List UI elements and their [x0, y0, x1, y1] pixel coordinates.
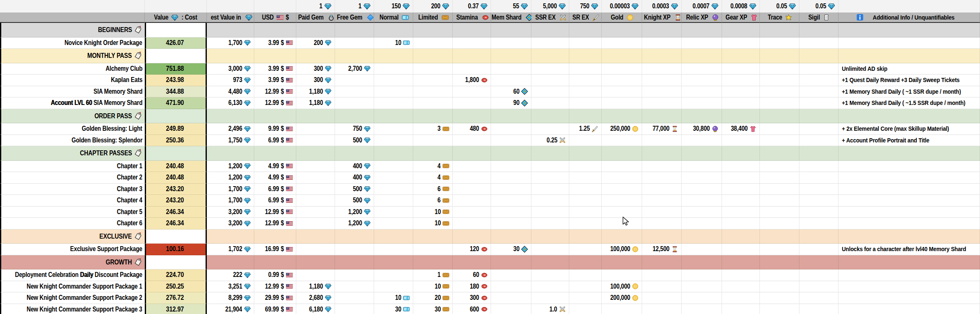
cell-limited[interactable]: 10: [413, 281, 453, 293]
cell-gold[interactable]: [602, 75, 642, 86]
section-cell-gold[interactable]: [602, 146, 642, 161]
section-cell-gxp[interactable]: [722, 229, 760, 244]
section-cell-rxp[interactable]: [682, 255, 722, 270]
section-cell-gold[interactable]: [602, 229, 642, 244]
section-cell-gxp[interactable]: [722, 109, 760, 124]
section-cell-sigil[interactable]: [799, 255, 839, 270]
section-cell-ssr[interactable]: [531, 23, 569, 37]
section-cell-trace[interactable]: [760, 109, 799, 124]
cell-trace[interactable]: [760, 281, 799, 293]
cell-info[interactable]: [839, 172, 980, 184]
cell-info[interactable]: Unlimited AD skip: [839, 63, 980, 75]
section-cell-sr[interactable]: [569, 146, 602, 161]
cell-free[interactable]: 500: [335, 195, 374, 207]
section-cell-gold[interactable]: [602, 23, 642, 37]
cell-sigil[interactable]: [799, 304, 839, 314]
cell-mem[interactable]: [491, 218, 531, 229]
cell-info[interactable]: [839, 207, 980, 218]
rate-cell-trace[interactable]: 0.05: [760, 0, 799, 12]
cell-label[interactable]: SIA Memory Shard: [0, 86, 145, 98]
cell-est[interactable]: 3,200: [207, 207, 254, 218]
column-header-normal[interactable]: Normal: [374, 12, 413, 23]
section-cell-gxp[interactable]: [722, 146, 760, 161]
section-cell-gxp[interactable]: [722, 23, 760, 37]
section-cell-free[interactable]: [335, 229, 374, 244]
cell-label[interactable]: Chapter 5: [0, 207, 145, 218]
cell-trace[interactable]: [760, 195, 799, 207]
cell-label[interactable]: New Knight Commander Support Package 3: [0, 304, 145, 314]
section-cell-trace[interactable]: [760, 255, 799, 270]
cell-rxp[interactable]: [682, 86, 722, 98]
cell-normal[interactable]: [374, 86, 413, 98]
cell-value[interactable]: 100.16: [145, 244, 207, 255]
section-cell-trace[interactable]: [760, 146, 799, 161]
rate-cell-est[interactable]: [207, 0, 254, 12]
cell-sr[interactable]: [569, 184, 602, 195]
cell-info[interactable]: [839, 161, 980, 172]
section-cell-value[interactable]: [145, 255, 207, 270]
cell-free[interactable]: 750: [335, 123, 374, 135]
cell-free[interactable]: [335, 75, 374, 86]
cell-info[interactable]: [839, 304, 980, 314]
cell-limited[interactable]: 10: [413, 207, 453, 218]
cell-gold[interactable]: [602, 86, 642, 98]
column-header-value[interactable]: Value: Cost: [145, 12, 207, 23]
column-header-ssr[interactable]: SSR EX: [531, 12, 569, 23]
cell-mem[interactable]: [491, 37, 531, 49]
cell-sigil[interactable]: [799, 97, 839, 109]
cell-rxp[interactable]: [682, 75, 722, 86]
column-header-info[interactable]: Additional Info / Unquantifiables: [839, 12, 980, 23]
cell-stamina[interactable]: 480: [453, 123, 491, 135]
section-cell-sr[interactable]: [569, 49, 602, 63]
section-cell-normal[interactable]: [374, 109, 413, 124]
section-cell-paid[interactable]: [296, 109, 335, 124]
cell-sr[interactable]: [569, 218, 602, 229]
cell-gold[interactable]: [602, 184, 642, 195]
cell-info[interactable]: [839, 37, 980, 49]
section-cell-trace[interactable]: [760, 229, 799, 244]
cell-gold[interactable]: [602, 135, 642, 147]
cell-free[interactable]: [335, 86, 374, 98]
section-cell-limited[interactable]: [413, 49, 453, 63]
cell-info[interactable]: Unlocks for a character after lvl40 Memo…: [839, 244, 980, 255]
cell-paid[interactable]: 2,680: [296, 292, 335, 304]
section-cell-paid[interactable]: [296, 146, 335, 161]
cell-limited[interactable]: 6: [413, 195, 453, 207]
section-cell-kxp[interactable]: [642, 23, 682, 37]
cell-usd[interactable]: 3.99$: [254, 75, 296, 86]
cell-free[interactable]: [335, 37, 374, 49]
cell-limited[interactable]: [413, 75, 453, 86]
cell-trace[interactable]: [760, 292, 799, 304]
cell-limited[interactable]: 3: [413, 123, 453, 135]
cell-normal[interactable]: [374, 172, 413, 184]
cell-mem[interactable]: [491, 195, 531, 207]
cell-limited[interactable]: 6: [413, 184, 453, 195]
cell-sigil[interactable]: [799, 218, 839, 229]
rate-cell-stamina[interactable]: 0.37: [453, 0, 491, 12]
cell-limited[interactable]: 4: [413, 161, 453, 172]
section-cell-info[interactable]: [839, 229, 980, 244]
cell-paid[interactable]: [296, 161, 335, 172]
cell-rxp[interactable]: [682, 135, 722, 147]
cell-stamina[interactable]: [453, 172, 491, 184]
cell-usd[interactable]: 3.99$: [254, 37, 296, 49]
cell-trace[interactable]: [760, 135, 799, 147]
cell-normal[interactable]: [374, 218, 413, 229]
cell-est[interactable]: 2,496: [207, 123, 254, 135]
cell-rxp[interactable]: [682, 218, 722, 229]
section-cell-gold[interactable]: [602, 109, 642, 124]
cell-usd[interactable]: 12.99$: [254, 97, 296, 109]
section-cell-sr[interactable]: [569, 255, 602, 270]
cell-label[interactable]: Chapter 3: [0, 184, 145, 195]
section-cell-normal[interactable]: [374, 23, 413, 37]
cell-mem[interactable]: [491, 172, 531, 184]
rate-cell-mem[interactable]: 55: [491, 0, 531, 12]
cell-trace[interactable]: [760, 218, 799, 229]
column-header-trace[interactable]: Trace: [760, 12, 799, 23]
cell-est[interactable]: 222: [207, 269, 254, 281]
cell-rxp[interactable]: [682, 172, 722, 184]
column-header-stamina[interactable]: Stamina: [453, 12, 491, 23]
cell-mem[interactable]: [491, 63, 531, 75]
cell-info[interactable]: [839, 292, 980, 304]
section-cell-kxp[interactable]: [642, 255, 682, 270]
